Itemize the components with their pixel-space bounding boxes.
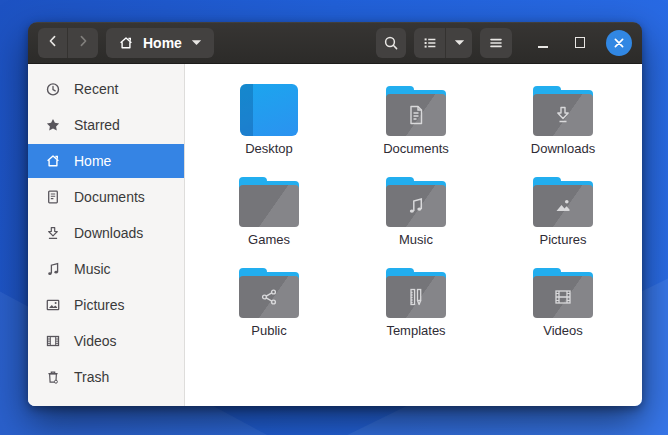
download-arrow-emblem-icon [551,103,575,127]
chevron-right-icon [75,33,91,52]
blue-desktop-folder-icon [240,84,298,136]
sidebar-item-label: Home [74,153,111,169]
hamburger-menu-button[interactable] [480,28,512,58]
file-item-downloads[interactable]: Downloads [503,82,623,156]
list-view-button[interactable] [414,28,446,58]
music-note-emblem-icon [404,194,428,218]
sidebar-item-label: Pictures [74,297,125,313]
maximize-button[interactable] [569,32,591,54]
film-icon [45,333,61,349]
folder-icon [386,268,446,318]
file-label: Pictures [540,232,587,247]
sidebar-item-downloads[interactable]: Downloads [28,216,184,250]
chevron-left-icon [45,33,61,52]
ruler-pencil-emblem-icon [404,285,428,309]
sidebar-item-label: Downloads [74,225,143,241]
home-icon [45,153,61,169]
file-browser-view: Desktop Document [185,64,642,406]
file-label: Videos [543,323,583,338]
header-action-cluster [376,28,634,58]
folder-icon [239,268,299,318]
sidebar-item-home[interactable]: Home [28,144,184,178]
file-item-templates[interactable]: Templates [356,264,476,338]
places-sidebar: Recent Starred Home Documents [28,64,185,406]
folder-icon [533,86,593,136]
chevron-down-icon [191,39,202,46]
sidebar-item-pictures[interactable]: Pictures [28,288,184,322]
file-label: Music [399,232,433,247]
files-window: Home [28,22,642,406]
file-label: Documents [383,141,449,156]
file-item-videos[interactable]: Videos [503,264,623,338]
file-label: Templates [386,323,445,338]
path-label: Home [143,35,182,51]
header-bar: Home [28,22,642,64]
sidebar-item-starred[interactable]: Starred [28,108,184,142]
star-icon [45,117,61,133]
close-x-icon [613,37,625,49]
sidebar-item-label: Starred [74,117,120,133]
nav-button-group [38,28,98,58]
sidebar-item-label: Videos [74,333,117,349]
home-icon [118,35,134,51]
sidebar-item-label: Recent [74,81,118,97]
chevron-down-icon [454,39,465,46]
sidebar-item-documents[interactable]: Documents [28,180,184,214]
clock-icon [45,81,61,97]
folder-icon [386,86,446,136]
file-item-public[interactable]: Public [209,264,329,338]
picture-icon [45,297,61,313]
file-label: Desktop [245,141,293,156]
file-label: Downloads [531,141,595,156]
close-button[interactable] [606,30,632,56]
file-item-desktop[interactable]: Desktop [209,82,329,156]
sidebar-item-videos[interactable]: Videos [28,324,184,358]
file-item-music[interactable]: Music [356,173,476,247]
music-note-icon [45,261,61,277]
sidebar-item-music[interactable]: Music [28,252,184,286]
document-icon [45,189,61,205]
folder-icon [533,177,593,227]
path-bar-home-button[interactable]: Home [106,28,214,58]
file-item-pictures[interactable]: Pictures [503,173,623,247]
window-body: Recent Starred Home Documents [28,64,642,406]
sidebar-item-label: Music [74,261,111,277]
share-nodes-emblem-icon [257,285,281,309]
minimize-dash-icon [538,46,548,48]
magnifier-icon [383,35,399,51]
icon-grid: Desktop Document [209,82,642,338]
document-emblem-icon [404,103,428,127]
list-view-icon [422,35,438,51]
file-label: Games [248,232,290,247]
back-button[interactable] [38,28,68,58]
sidebar-item-trash[interactable]: Trash [28,360,184,394]
file-item-documents[interactable]: Documents [356,82,476,156]
view-toggle-split-button [414,28,472,58]
image-emblem-icon [551,194,575,218]
minimize-button[interactable] [532,32,554,54]
folder-icon [239,177,299,227]
folder-icon [533,268,593,318]
search-button[interactable] [376,28,406,58]
file-item-games[interactable]: Games [209,173,329,247]
sidebar-item-recent[interactable]: Recent [28,72,184,106]
sidebar-item-label: Documents [74,189,145,205]
view-options-caret-button[interactable] [446,28,472,58]
film-strip-emblem-icon [551,285,575,309]
window-controls [532,30,634,56]
sidebar-item-label: Trash [74,369,109,385]
download-icon [45,225,61,241]
maximize-square-icon [575,37,585,48]
folder-icon [386,177,446,227]
forward-button[interactable] [68,28,98,58]
trash-icon [45,369,61,385]
file-label: Public [251,323,286,338]
hamburger-icon [488,35,504,51]
